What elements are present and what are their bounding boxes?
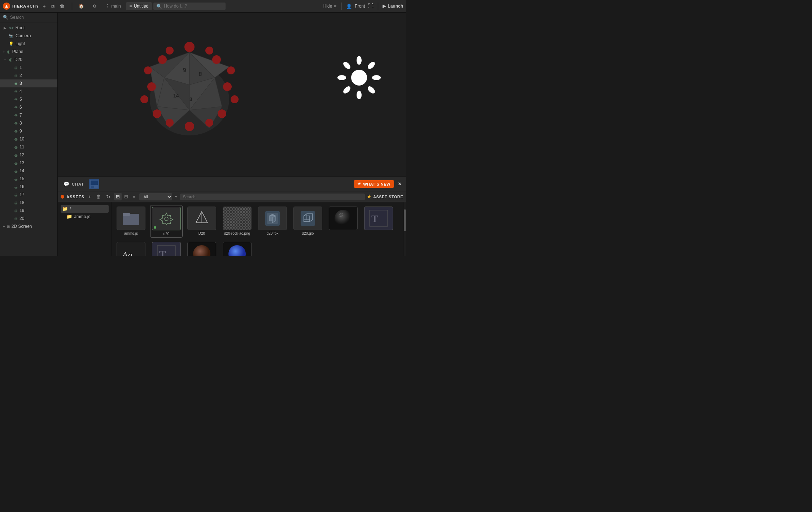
- D20-mesh-icon: [194, 210, 210, 226]
- asset-item-ammo-folder[interactable]: ammo.js: [115, 205, 147, 238]
- tree-item-3[interactable]: ◉ 3: [0, 79, 57, 87]
- launch-button[interactable]: ▶ Launch: [383, 4, 403, 9]
- view-mode-label[interactable]: Front: [355, 4, 365, 9]
- root-icon: <>: [9, 26, 14, 30]
- grid-small-view-button[interactable]: ⊟: [122, 193, 130, 200]
- assets-scrollbar[interactable]: [403, 202, 406, 256]
- tree-item-14[interactable]: ◎ 14: [0, 167, 57, 175]
- folder-item-root[interactable]: 📁 /: [61, 205, 109, 213]
- asset-item-text-template1[interactable]: T: [362, 205, 395, 238]
- chat-tab[interactable]: 💬 CHAT: [61, 180, 86, 188]
- asset-item-blue-ball[interactable]: [221, 240, 253, 256]
- asset-item-d20-glb[interactable]: d20.glb: [292, 205, 324, 238]
- asset-item-d20-rock[interactable]: d20-rock-ac.png: [221, 205, 253, 238]
- tree-item-plane[interactable]: + ◎ Plane: [0, 48, 57, 56]
- item3-icon: ◉: [14, 82, 18, 86]
- asset-item-D20-mesh[interactable]: D20: [185, 205, 218, 238]
- tree-item-17[interactable]: ◎ 17: [0, 191, 57, 199]
- item8-label: 8: [19, 121, 22, 126]
- item11-icon: ◎: [14, 145, 18, 149]
- tree-item-1[interactable]: ◎ 1: [0, 64, 57, 71]
- asset-item-d20-model[interactable]: d20: [150, 205, 183, 238]
- tree-item-2dscreen[interactable]: + ⊞ 2D Screen: [0, 222, 57, 230]
- whats-new-close-button[interactable]: ✕: [397, 181, 402, 187]
- grid-large-view-button[interactable]: ⊞: [114, 193, 122, 200]
- asset-item-text-template2[interactable]: T: [150, 240, 183, 256]
- item16-icon: ◎: [14, 185, 18, 189]
- tree-item-6[interactable]: ◎ 6: [0, 103, 57, 111]
- tree-item-4[interactable]: ◎ 4: [0, 87, 57, 95]
- tree-item-13[interactable]: ◎ 13: [0, 159, 57, 167]
- tree-item-18[interactable]: ◎ 18: [0, 199, 57, 207]
- asset-thumb-d20-rock: [223, 207, 252, 230]
- add-object-button[interactable]: +: [41, 3, 47, 9]
- text-template2-icon: T: [156, 244, 177, 256]
- asset-store-star-icon: ★: [367, 194, 372, 199]
- duplicate-button[interactable]: ⧉: [49, 3, 56, 9]
- launch-label: Launch: [388, 4, 403, 9]
- asset-item-d20-fbx[interactable]: d20.fbx: [256, 205, 289, 238]
- bottom-panels: 💬 CHAT ☀ WHAT'S NEW ✕: [58, 177, 406, 256]
- asset-item-ball-dark[interactable]: [327, 205, 359, 238]
- tree-item-11[interactable]: ◎ 11: [0, 143, 57, 151]
- tree-item-2[interactable]: ◎ 2: [0, 71, 57, 79]
- asset-name-d20-model: d20: [163, 232, 170, 236]
- tree-item-19[interactable]: ◎ 19: [0, 207, 57, 214]
- tree-item-10[interactable]: ◎ 10: [0, 135, 57, 143]
- assets-delete-button[interactable]: 🗑: [95, 194, 102, 200]
- tree-item-5[interactable]: ◎ 5: [0, 95, 57, 103]
- assets-refresh-button[interactable]: ↻: [105, 194, 112, 200]
- delete-button[interactable]: 🗑: [58, 3, 66, 9]
- tree-item-16[interactable]: ◎ 16: [0, 183, 57, 191]
- folder-item-ammo[interactable]: 📁 ammo.js: [61, 213, 109, 220]
- light-widget[interactable]: [337, 56, 381, 99]
- help-search-input[interactable]: [164, 4, 223, 9]
- hide-button[interactable]: Hide ✕: [323, 4, 337, 9]
- asset-item-font[interactable]: Aa: [115, 240, 147, 256]
- tab-main[interactable]: ⋮ main: [102, 2, 125, 10]
- 3d-viewport[interactable]: 9 8 14 3: [58, 13, 406, 177]
- svg-point-38: [357, 91, 362, 99]
- tree-item-root[interactable]: ▶ <> Root: [0, 24, 57, 32]
- tree-item-12[interactable]: ◎ 12: [0, 151, 57, 159]
- fullscreen-button[interactable]: ⛶: [368, 3, 374, 9]
- sidebar-search-input[interactable]: [10, 15, 54, 20]
- tree-item-d20[interactable]: − ◎ D20: [0, 56, 57, 64]
- asset-store-button[interactable]: ★ ASSET STORE: [367, 194, 403, 199]
- chat-bar: 💬 CHAT ☀ WHAT'S NEW ✕: [58, 177, 406, 191]
- tree-item-8[interactable]: ◎ 8: [0, 119, 57, 127]
- d20-model-dot: [154, 226, 156, 229]
- whats-new-button[interactable]: ☀ WHAT'S NEW: [354, 180, 394, 188]
- assets-add-button[interactable]: +: [87, 194, 92, 200]
- tree-item-light[interactable]: 💡 Light: [0, 40, 57, 48]
- item9-icon: ◎: [14, 129, 18, 133]
- settings-button[interactable]: ⚙: [89, 2, 100, 10]
- assets-scroll-thumb[interactable]: [404, 209, 406, 231]
- tree-item-7[interactable]: ◎ 7: [0, 111, 57, 119]
- assets-search-input[interactable]: [180, 194, 365, 200]
- assets-main: ASSETS + 🗑 ↻ ⊞ ⊟ ≡ All Animations Audio …: [58, 191, 406, 256]
- help-search[interactable]: 🔍: [153, 3, 226, 10]
- list-view-button[interactable]: ≡: [131, 193, 137, 200]
- tree-item-20[interactable]: ◎ 20: [0, 214, 57, 222]
- home-button[interactable]: 🏠: [75, 2, 88, 10]
- asset-item-brown-ball[interactable]: [185, 240, 218, 256]
- chat-thumb-image: [89, 179, 99, 189]
- asset-filter-select[interactable]: All Animations Audio Materials Models Te…: [139, 193, 172, 200]
- main-content: 🔍 ▶ <> Root 📷 Camera 💡 Light +: [0, 13, 406, 256]
- assets-grid: ammo.js d2: [112, 202, 403, 256]
- tree-item-15[interactable]: ◎ 15: [0, 175, 57, 183]
- tree-item-9[interactable]: ◎ 9: [0, 127, 57, 135]
- item6-label: 6: [19, 105, 22, 110]
- folder-ammo-label: ammo.js: [74, 214, 90, 219]
- folder-ammo-icon: 📁: [66, 214, 72, 219]
- asset-thumb-font: Aa: [117, 242, 145, 256]
- assets-orange-dot: [61, 195, 64, 199]
- item5-icon: ◎: [14, 97, 18, 101]
- tree-item-camera[interactable]: 📷 Camera: [0, 32, 57, 40]
- tab-untitled[interactable]: ≡ Untitled: [126, 2, 152, 10]
- chat-thumbnail[interactable]: [89, 179, 99, 189]
- svg-text:14: 14: [173, 93, 179, 99]
- item20-label: 20: [19, 216, 24, 221]
- collapse-root-icon: ▶: [3, 26, 7, 30]
